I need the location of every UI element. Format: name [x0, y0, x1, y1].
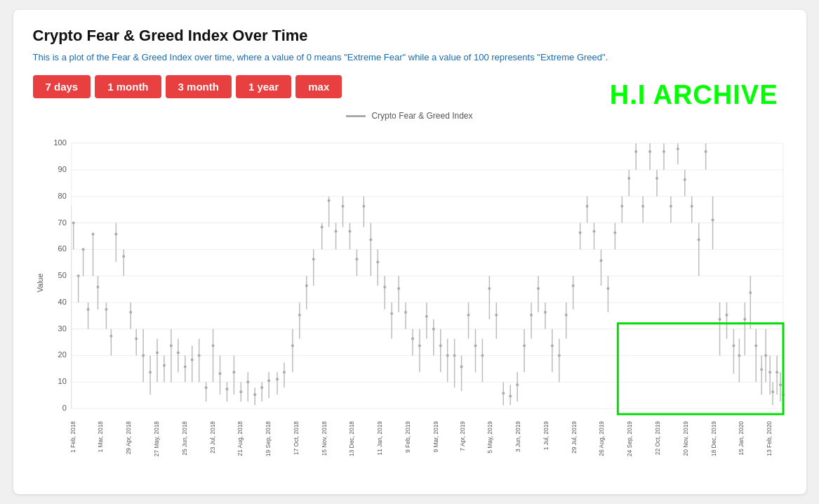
svg-text:15 Jan, 2020: 15 Jan, 2020 [738, 421, 745, 456]
svg-point-235 [771, 390, 774, 393]
svg-point-75 [225, 387, 228, 390]
svg-text:20: 20 [58, 350, 66, 359]
svg-point-29 [76, 274, 79, 277]
svg-point-157 [516, 383, 519, 386]
legend-label: Crypto Fear & Greed Index [371, 111, 472, 121]
svg-point-99 [312, 258, 314, 260]
svg-text:9 Mar, 2019: 9 Mar, 2019 [432, 421, 439, 453]
svg-point-51 [142, 354, 145, 357]
svg-text:7 Apr, 2019: 7 Apr, 2019 [458, 421, 465, 451]
svg-point-219 [732, 345, 735, 347]
svg-point-149 [488, 287, 491, 290]
svg-text:25 Jun, 2018: 25 Jun, 2018 [180, 421, 187, 456]
svg-point-37 [96, 286, 99, 289]
x-axis-labels: 1 Feb, 2018 1 Mar, 2018 29 Apr, 2018 27 … [69, 421, 772, 457]
svg-point-67 [197, 354, 200, 357]
svg-point-97 [305, 284, 307, 287]
btn-1month[interactable]: 1 month [95, 75, 161, 98]
svg-text:1 Jul, 2019: 1 Jul, 2019 [542, 421, 549, 451]
svg-point-135 [439, 345, 441, 347]
svg-point-47 [129, 311, 132, 314]
svg-point-35 [91, 232, 94, 235]
svg-text:17 Oct, 2018: 17 Oct, 2018 [292, 421, 299, 456]
svg-point-131 [425, 315, 427, 318]
svg-text:22 Oct, 2019: 22 Oct, 2019 [654, 421, 661, 456]
svg-point-55 [156, 352, 159, 354]
svg-point-77 [232, 371, 235, 373]
svg-point-27 [72, 222, 74, 225]
svg-text:0: 0 [62, 404, 66, 412]
svg-point-43 [114, 232, 117, 235]
svg-point-115 [369, 238, 372, 241]
svg-text:23 Jul, 2018: 23 Jul, 2018 [208, 421, 215, 453]
svg-text:100: 100 [53, 138, 66, 147]
svg-text:27 May, 2018: 27 May, 2018 [153, 421, 160, 457]
svg-text:15 Nov, 2018: 15 Nov, 2018 [320, 421, 327, 456]
svg-text:90: 90 [58, 165, 66, 173]
svg-point-165 [543, 311, 546, 314]
svg-point-211 [704, 150, 707, 153]
svg-point-185 [613, 231, 616, 234]
btn-max[interactable]: max [295, 75, 342, 98]
svg-point-95 [298, 314, 300, 317]
svg-text:3 Jun, 2019: 3 Jun, 2019 [514, 421, 521, 452]
svg-text:13 Dec, 2018: 13 Dec, 2018 [348, 421, 355, 456]
highlight-rect [618, 324, 783, 414]
svg-point-213 [711, 219, 714, 222]
btn-3month[interactable]: 3 month [166, 75, 232, 98]
svg-text:20 Nov, 2019: 20 Nov, 2019 [681, 421, 688, 456]
svg-point-133 [432, 328, 434, 331]
chart-legend: Crypto Fear & Greed Index [33, 111, 787, 121]
svg-point-187 [620, 205, 623, 208]
btn-7days[interactable]: 7 days [33, 75, 91, 98]
svg-point-233 [768, 371, 771, 373]
svg-point-59 [169, 345, 172, 347]
svg-point-53 [149, 371, 152, 373]
svg-text:40: 40 [58, 298, 66, 306]
svg-point-103 [327, 199, 330, 202]
svg-text:26 Aug, 2019: 26 Aug, 2019 [598, 421, 605, 456]
svg-point-205 [683, 178, 686, 181]
legend-color-swatch [346, 115, 366, 117]
svg-text:29 Jul, 2019: 29 Jul, 2019 [570, 421, 577, 453]
svg-point-223 [743, 318, 746, 321]
svg-text:9 Feb, 2019: 9 Feb, 2019 [404, 421, 411, 453]
svg-point-147 [481, 354, 484, 357]
svg-point-125 [404, 311, 407, 314]
svg-point-69 [204, 386, 207, 389]
svg-point-153 [502, 392, 505, 394]
svg-point-57 [162, 364, 165, 366]
svg-point-41 [109, 335, 112, 338]
svg-point-111 [355, 258, 358, 260]
svg-point-91 [283, 371, 286, 373]
svg-text:70: 70 [58, 218, 66, 227]
btn-1year[interactable]: 1 year [236, 75, 291, 98]
svg-point-163 [536, 287, 539, 290]
svg-point-239 [779, 383, 782, 386]
svg-point-155 [509, 394, 512, 397]
svg-text:10: 10 [58, 377, 66, 385]
svg-point-73 [218, 372, 221, 375]
svg-text:1 Feb, 2018: 1 Feb, 2018 [69, 421, 76, 453]
svg-point-225 [749, 291, 752, 294]
svg-point-141 [460, 365, 462, 368]
svg-point-227 [754, 345, 757, 347]
svg-point-49 [135, 338, 138, 340]
chart-svg: 100 90 80 70 60 50 40 30 20 10 0 Value [33, 125, 787, 455]
svg-point-159 [523, 345, 526, 347]
svg-text:Value: Value [35, 273, 44, 292]
svg-point-199 [662, 150, 665, 153]
svg-point-113 [362, 205, 365, 208]
svg-point-183 [606, 287, 609, 290]
svg-text:30: 30 [58, 324, 66, 333]
svg-text:50: 50 [58, 271, 66, 279]
svg-point-195 [648, 150, 651, 153]
svg-point-85 [260, 386, 263, 389]
svg-text:11 Jan, 2019: 11 Jan, 2019 [376, 421, 383, 456]
svg-point-151 [495, 314, 498, 317]
svg-point-123 [397, 287, 400, 290]
svg-point-169 [557, 354, 560, 357]
svg-point-117 [376, 260, 379, 263]
chart-container: 100 90 80 70 60 50 40 30 20 10 0 Value [33, 125, 787, 455]
svg-text:21 Aug, 2018: 21 Aug, 2018 [237, 421, 244, 456]
